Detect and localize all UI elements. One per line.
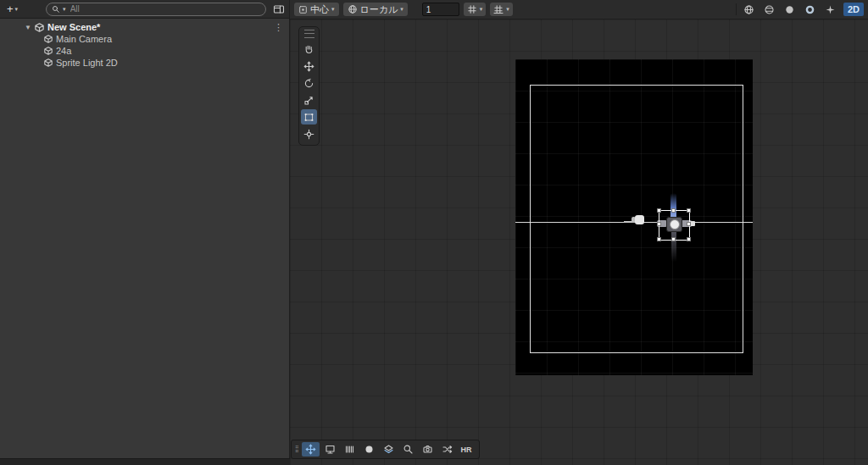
layers-button[interactable]	[380, 442, 398, 457]
hierarchy-item-sprite-light-2d[interactable]: Sprite Light 2D	[0, 57, 289, 69]
unity-editor-window: + ▾ ▾ ▼ New Scene* ⋮	[0, 0, 868, 465]
overlay-drag-handle[interactable]	[304, 30, 314, 38]
transform-tool-button[interactable]	[301, 126, 317, 141]
grid-snap-dropdown[interactable]: ▾	[464, 3, 487, 16]
move-tool-button[interactable]	[301, 58, 317, 74]
foldout-icon[interactable]: ▼	[25, 24, 35, 31]
scene-options-icon[interactable]: ⋮	[274, 22, 283, 33]
mode-2d-label: 2D	[848, 4, 860, 14]
selection-rect[interactable]	[659, 210, 690, 241]
move-overlay-button[interactable]	[302, 442, 320, 457]
chevron-down-icon: ▾	[506, 6, 509, 13]
hierarchy-item-main-camera[interactable]: Main Camera	[0, 33, 289, 45]
panel-preview-icon[interactable]	[273, 4, 285, 14]
lower-panel-edge	[0, 458, 290, 465]
hierarchy-toolbar: + ▾ ▾	[0, 0, 289, 19]
tool-handle-position-dropdown[interactable]: 中心 ▾	[294, 3, 339, 16]
zoom-button[interactable]	[399, 442, 417, 457]
chevron-down-icon: ▾	[15, 6, 19, 13]
search-input[interactable]	[69, 3, 260, 14]
scene-toolbar-right: 2D	[736, 3, 864, 16]
shuffle-button[interactable]	[438, 442, 456, 457]
rect-tool-button[interactable]	[301, 109, 317, 125]
selection-handle-top-right[interactable]	[687, 208, 691, 213]
selection-handle-top[interactable]	[671, 208, 676, 213]
grid-icon	[467, 4, 477, 14]
chevron-down-icon: ▾	[480, 6, 483, 13]
camera-preview-button[interactable]	[419, 442, 437, 457]
scene-view: 中心 ▾ ローカル ▾ ▾ ▾	[290, 0, 868, 465]
grid-visibility-dropdown[interactable]: ▾	[490, 3, 513, 16]
unity-scene-icon	[35, 23, 44, 32]
hierarchy-tree: ▼ New Scene* ⋮ Main Camera 24a	[0, 19, 289, 69]
rotate-tool-button[interactable]	[301, 75, 317, 91]
rotation-label: ローカル	[360, 3, 398, 16]
light-sphere-icon[interactable]	[782, 3, 798, 16]
chevron-down-icon: ▾	[400, 6, 403, 13]
selection-handle-top-left[interactable]	[657, 208, 661, 213]
create-menu-button[interactable]: + ▾	[4, 3, 20, 16]
item-label: 24a	[56, 46, 71, 56]
scale-tool-button[interactable]	[301, 92, 317, 108]
gameobject-cube-icon	[44, 47, 53, 55]
selection-handle-bottom-right[interactable]	[687, 237, 691, 241]
grid-icon	[493, 4, 504, 14]
globe-icon	[348, 4, 358, 14]
overlay-drag-handle[interactable]: ⁞⁞	[295, 445, 298, 454]
small-sprite-body[interactable]	[635, 215, 644, 224]
hr-button[interactable]: HR	[458, 442, 476, 457]
audio-toggle-icon[interactable]	[803, 3, 818, 16]
hierarchy-search-field[interactable]: ▾	[46, 3, 266, 16]
plus-icon: +	[7, 3, 14, 14]
sphere-gizmo-button[interactable]	[360, 442, 378, 457]
gameobject-cube-icon	[44, 58, 53, 67]
scene-toolbar: 中心 ▾ ローカル ▾ ▾ ▾	[290, 0, 868, 19]
toolbar-separator	[736, 3, 737, 15]
hr-label: HR	[459, 446, 475, 454]
view-options-button[interactable]	[321, 442, 339, 457]
selection-handle-bottom-left[interactable]	[657, 237, 661, 241]
scene-viewport[interactable]: ⁞⁞	[290, 19, 868, 465]
gameobject-cube-icon	[44, 35, 53, 43]
hand-tool-button[interactable]	[301, 42, 317, 57]
grid-size-field[interactable]	[422, 3, 459, 16]
search-filter-chevron-icon: ▾	[63, 6, 66, 13]
scene-root-row[interactable]: ▼ New Scene* ⋮	[0, 21, 289, 33]
hierarchy-item-24a[interactable]: 24a	[0, 45, 289, 57]
effects-toggle-icon[interactable]	[823, 3, 838, 16]
selection-handle-right[interactable]	[687, 222, 691, 226]
pivot-center-icon	[298, 5, 308, 14]
tool-handle-rotation-dropdown[interactable]: ローカル ▾	[343, 3, 408, 16]
pivot-label: 中心	[310, 3, 329, 16]
hierarchy-panel: + ▾ ▾ ▼ New Scene* ⋮	[0, 0, 290, 458]
scene-name-label: New Scene*	[47, 22, 100, 32]
shading-mode-icon[interactable]	[742, 3, 757, 16]
search-icon	[52, 5, 60, 14]
grid-pattern-button[interactable]	[341, 442, 359, 457]
bottom-overlay-toolbar: ⁞⁞	[291, 440, 480, 459]
selection-handle-bottom[interactable]	[671, 237, 676, 241]
chevron-down-icon: ▾	[331, 6, 335, 13]
tools-overlay	[298, 26, 320, 146]
selection-handle-left[interactable]	[657, 222, 661, 226]
item-label: Main Camera	[56, 34, 112, 44]
item-label: Sprite Light 2D	[56, 58, 118, 68]
mode-2d-button[interactable]: 2D	[843, 3, 864, 16]
lighting-toggle-icon[interactable]	[762, 3, 777, 16]
